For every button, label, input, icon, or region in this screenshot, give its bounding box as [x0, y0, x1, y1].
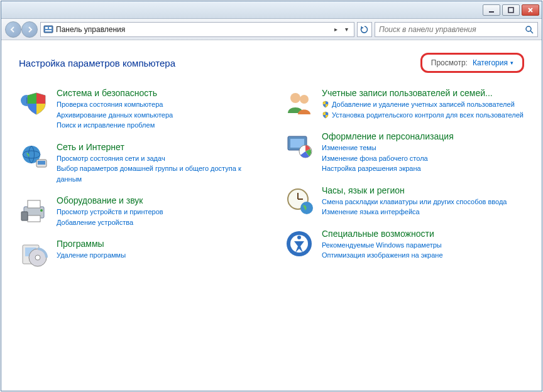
category-link[interactable]: Выбор параметров домашней группы и общег…	[57, 163, 259, 184]
address-dropdown-icon[interactable]: ▾	[341, 26, 351, 33]
svg-rect-15	[28, 215, 40, 222]
svg-point-30	[300, 202, 313, 214]
view-label: Просмотр:	[431, 58, 468, 67]
svg-rect-3	[45, 27, 48, 29]
breadcrumb-arrow-icon: ▸	[334, 26, 337, 33]
category-link[interactable]: Установка родительского контроля для все…	[322, 110, 524, 121]
category-link[interactable]: Добавление устройства	[57, 217, 259, 228]
printer-icon	[19, 195, 49, 226]
users-icon	[284, 88, 314, 118]
category-link[interactable]: Настройка разрешения экрана	[322, 163, 524, 174]
category-link[interactable]: Архивирование данных компьютера	[57, 110, 259, 121]
category-item: Сеть и ИнтернетПросмотр состояния сети и…	[19, 142, 259, 185]
svg-point-21	[35, 255, 40, 260]
control-panel-window: Панель управления ▸ ▾ Настройка параметр…	[1, 1, 542, 391]
category-link[interactable]: Просмотр устройств и принтеров	[57, 207, 259, 217]
search-input[interactable]	[379, 25, 525, 34]
svg-point-23	[300, 95, 309, 104]
category-link[interactable]: Добавление и удаление учетных записей по…	[322, 99, 524, 110]
refresh-button[interactable]	[357, 22, 372, 37]
svg-rect-1	[508, 8, 513, 13]
svg-rect-14	[28, 200, 40, 208]
category-link[interactable]: Изменение языка интерфейса	[322, 207, 524, 217]
svg-rect-5	[45, 30, 52, 31]
shield-colors-icon	[19, 88, 49, 118]
category-item: Специальные возможностиРекомендуемые Win…	[284, 229, 524, 261]
category-item: Система и безопасностьПроверка состояния…	[19, 88, 259, 131]
category-item: ПрограммыУдаление программы	[19, 239, 259, 269]
category-item: Оборудование и звукПросмотр устройств и …	[19, 195, 259, 227]
globe-icon	[19, 142, 49, 172]
close-button[interactable]	[522, 4, 539, 16]
navbar: Панель управления ▸ ▾	[1, 19, 542, 40]
search-icon	[525, 25, 534, 34]
category-link[interactable]: Просмотр состояния сети и задач	[57, 153, 259, 164]
svg-point-6	[526, 26, 531, 31]
view-dropdown[interactable]: Категория	[473, 58, 513, 67]
titlebar	[1, 1, 542, 19]
control-panel-icon	[43, 24, 53, 35]
page-title: Настройка параметров компьютера	[19, 58, 175, 68]
category-link[interactable]: Поиск и исправление проблем	[57, 120, 259, 131]
category-link[interactable]: Изменение фона рабочего стола	[322, 153, 524, 164]
back-button[interactable]	[5, 21, 21, 38]
category-link[interactable]: Смена раскладки клавиатуры или других сп…	[322, 197, 524, 207]
content-area: Настройка параметров компьютера Просмотр…	[1, 40, 542, 391]
category-link[interactable]: Изменение темы	[322, 143, 524, 153]
svg-point-16	[40, 209, 43, 212]
svg-point-33	[297, 236, 301, 239]
address-bar[interactable]: Панель управления ▸ ▾	[40, 22, 354, 37]
forward-button[interactable]	[21, 21, 38, 38]
svg-rect-2	[44, 26, 53, 33]
category-title[interactable]: Специальные возможности	[322, 229, 524, 239]
maximize-button[interactable]	[502, 4, 520, 16]
category-link[interactable]: Оптимизация изображения на экране	[322, 250, 524, 261]
svg-point-22	[290, 93, 300, 103]
category-link[interactable]: Удаление программы	[57, 250, 259, 261]
category-title[interactable]: Оформление и персонализация	[322, 131, 524, 141]
svg-rect-4	[49, 27, 52, 29]
view-selector: Просмотр: Категория	[420, 53, 524, 73]
clock-globe-icon	[284, 185, 314, 215]
access-icon	[284, 229, 314, 259]
category-title[interactable]: Сеть и Интернет	[57, 142, 259, 152]
category-title[interactable]: Учетные записи пользователей и семей...	[322, 88, 524, 98]
categories-right-column: Учетные записи пользователей и семей...Д…	[284, 88, 524, 269]
category-item: Учетные записи пользователей и семей...Д…	[284, 88, 524, 120]
svg-line-7	[530, 31, 533, 33]
svg-rect-17	[21, 212, 28, 220]
svg-rect-12	[38, 161, 45, 165]
category-title[interactable]: Оборудование и звук	[57, 195, 259, 205]
desktop-theme-icon	[284, 131, 314, 161]
category-link[interactable]: Рекомендуемые Windows параметры	[322, 240, 524, 251]
category-title[interactable]: Система и безопасность	[57, 88, 259, 98]
svg-rect-0	[489, 11, 494, 13]
search-box[interactable]	[375, 22, 538, 37]
category-item: Оформление и персонализацияИзменение тем…	[284, 131, 524, 174]
category-title[interactable]: Часы, язык и регион	[322, 185, 524, 195]
category-item: Часы, язык и регионСмена раскладки клави…	[284, 185, 524, 217]
category-title[interactable]: Программы	[57, 239, 259, 249]
category-link[interactable]: Проверка состояния компьютера	[57, 99, 259, 110]
address-text: Панель управления	[56, 25, 331, 34]
minimize-button[interactable]	[483, 4, 500, 16]
cd-box-icon	[19, 239, 49, 269]
categories-left-column: Система и безопасностьПроверка состояния…	[19, 88, 259, 269]
